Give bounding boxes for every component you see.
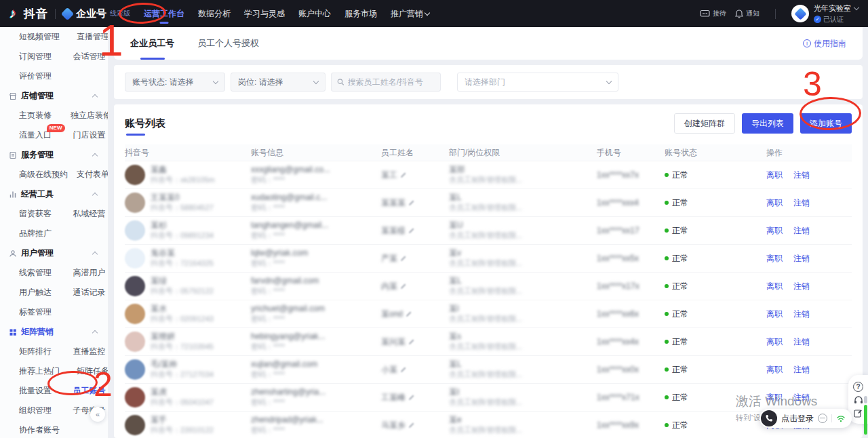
account-email: farvdn@gmail.com <box>251 276 381 286</box>
topnav-item-2[interactable]: 数据分析 <box>191 0 237 27</box>
status-dot <box>665 423 669 427</box>
sidebar-item-矩阵任务[interactable]: 矩阵任务 <box>77 365 108 377</box>
cancel-link[interactable]: 注销 <box>793 225 810 237</box>
sidebar-item-直播监控[interactable]: 直播监控 <box>73 346 108 357</box>
leave-link[interactable]: 离职 <box>766 281 783 292</box>
cancel-link[interactable]: 注销 <box>793 170 810 181</box>
sidebar-section-label: 用户管理 <box>21 247 54 259</box>
topnav-item-6[interactable]: 推广营销 <box>384 0 436 27</box>
sidebar-item-门店设置[interactable]: 门店设置 <box>73 130 108 141</box>
chevron-down-icon <box>854 4 859 9</box>
feedback-icon[interactable] <box>854 409 863 418</box>
search-box <box>331 73 441 92</box>
scrollbar-track[interactable] <box>864 396 867 403</box>
sidebar-section-经营工具[interactable]: 经营工具 <box>0 184 108 204</box>
create-matrix-group-button[interactable]: 创建矩阵群 <box>674 113 735 134</box>
tab-employee-personal-auth[interactable]: 员工个人号授权 <box>197 27 259 60</box>
sidebar-item-员工账号[interactable]: 员工账号 <box>73 385 108 397</box>
sidebar-item-主页装修[interactable]: 主页装修 <box>19 110 52 121</box>
sidebar-item-私域经营[interactable]: 私域经营 <box>73 208 108 220</box>
sidebar-item-协作者账号[interactable]: 协作者账号 <box>19 424 58 436</box>
click-login-pill[interactable]: 点击登录 <box>760 409 852 428</box>
export-list-button[interactable]: 导出列表 <box>742 113 793 134</box>
sidebar-section-服务管理[interactable]: 服务管理 <box>0 145 108 165</box>
account-password: 密码：**** <box>251 258 381 268</box>
reception-button[interactable]: 接待 <box>700 9 726 18</box>
account-password: 密码：**** <box>251 370 381 380</box>
employee-name: 某某様 <box>381 225 406 237</box>
department: 某L <box>449 193 597 203</box>
column-header-手机号: 手机号 <box>597 147 665 159</box>
department-select[interactable]: 请选择部门 <box>457 73 618 92</box>
topnav-item-5[interactable]: 服务市场 <box>338 0 384 27</box>
douyin-id: 抖音号：58804527 <box>151 203 214 213</box>
sidebar-item-支付表单[interactable]: 支付表单 <box>77 169 108 180</box>
filter-bar: 账号状态: 请选择 岗位: 请选择 请选择部门 <box>114 65 863 99</box>
headset-icon[interactable] <box>854 396 863 405</box>
sidebar-item-高潜用户[interactable]: 高潜用户 <box>73 267 108 279</box>
login-label: 点击登录 <box>781 413 814 424</box>
chevron-down-icon <box>606 78 612 83</box>
notification-button[interactable]: 通知 <box>735 9 760 18</box>
sidebar-item-订阅管理[interactable]: 订阅管理 <box>19 51 54 62</box>
minimize-icon[interactable] <box>818 414 827 423</box>
account-password: 密码：**** <box>251 286 381 296</box>
sidebar-collapse-button[interactable]: « <box>90 407 105 422</box>
sidebar-item-流量入口[interactable]: 流量入口NEW <box>19 130 54 141</box>
tab-enterprise-employee-account[interactable]: 企业员工号 <box>130 27 174 60</box>
sidebar-item-高级在线预约[interactable]: 高级在线预约 <box>19 169 58 180</box>
cancel-link[interactable]: 注销 <box>793 364 810 376</box>
sidebar-item-标签管理[interactable]: 标签管理 <box>19 306 58 318</box>
sidebar: 短视频管理直播管理订阅管理会话管理评价管理店铺管理主页装修独立店装修流量入口NE… <box>0 27 108 438</box>
cancel-link[interactable]: 注销 <box>793 392 810 403</box>
cancel-link[interactable]: 注销 <box>793 253 810 264</box>
leave-link[interactable]: 离职 <box>766 336 783 348</box>
sidebar-section-用户管理[interactable]: 用户管理 <box>0 243 108 263</box>
cancel-link[interactable]: 注销 <box>793 281 810 292</box>
leave-link[interactable]: 离职 <box>766 392 783 403</box>
position-select[interactable]: 岗位: 请选择 <box>231 73 326 92</box>
leave-link[interactable]: 离职 <box>766 197 783 209</box>
sidebar-item-线索管理[interactable]: 线索管理 <box>19 267 54 279</box>
cancel-link[interactable]: 注销 <box>793 308 810 320</box>
topnav-item-3[interactable]: 学习与灵感 <box>237 0 292 27</box>
sidebar-item-推荐上热门[interactable]: 推荐上热门 <box>19 365 58 377</box>
leave-link[interactable]: 离职 <box>766 364 783 376</box>
sidebar-item-直播管理[interactable]: 直播管理 <box>77 31 108 43</box>
add-account-button[interactable]: 添加账号 <box>800 113 852 134</box>
sidebar-item-矩阵排行[interactable]: 矩阵排行 <box>19 346 54 357</box>
service-icon <box>9 151 17 159</box>
cancel-link[interactable]: 注销 <box>793 336 810 348</box>
leave-link[interactable]: 离职 <box>766 225 783 237</box>
leave-link[interactable]: 离职 <box>766 170 783 181</box>
table-row: 某绿抖音号：05792122farvdn@gmail.com密码：****内某某… <box>125 272 852 300</box>
account-menu[interactable]: 光年实验室 ✓已认证 <box>791 3 859 24</box>
leave-link[interactable]: 离职 <box>766 253 783 264</box>
account-status-select[interactable]: 账号状态: 请选择 <box>125 73 225 92</box>
sidebar-section-矩阵营销[interactable]: 矩阵营销 <box>0 322 108 342</box>
topnav-item-4[interactable]: 账户中心 <box>292 0 338 27</box>
sidebar-item-批量设置[interactable]: 批量设置 <box>19 385 54 397</box>
sidebar-item-短视频管理[interactable]: 短视频管理 <box>19 31 58 43</box>
sidebar-item-品牌推广[interactable]: 品牌推广 <box>19 228 58 239</box>
sidebar-item-组织管理[interactable]: 组织管理 <box>19 405 54 416</box>
sidebar-item-会话管理[interactable]: 会话管理 <box>73 51 108 62</box>
douyin-id: 抖音号：72164325 <box>151 258 214 268</box>
scrollbar-thumb[interactable] <box>864 405 867 435</box>
sidebar-item-用户触达[interactable]: 用户触达 <box>19 287 54 298</box>
permission: 含员工矩阵管理权限... <box>449 370 597 380</box>
sidebar-item-独立店装修[interactable]: 独立店装修 <box>71 110 108 121</box>
column-header-员工姓名: 员工姓名 <box>381 147 449 159</box>
usage-guide-link[interactable]: i 使用指南 <box>803 38 846 49</box>
sidebar-item-留资获客[interactable]: 留资获客 <box>19 208 54 220</box>
search-input[interactable] <box>348 77 435 87</box>
leave-link[interactable]: 离职 <box>766 308 783 320</box>
topnav-item-1[interactable]: 运营工作台 <box>137 0 191 27</box>
sidebar-item-评价管理[interactable]: 评价管理 <box>19 71 58 82</box>
help-icon[interactable]: ? <box>853 382 863 392</box>
permission: 含员工矩阵管理权限... <box>449 175 597 185</box>
cancel-link[interactable]: 注销 <box>793 197 810 209</box>
sidebar-item-通话记录[interactable]: 通话记录 <box>73 287 108 298</box>
account-password: 密码：**** <box>251 342 381 352</box>
sidebar-section-店铺管理[interactable]: 店铺管理 <box>0 86 108 106</box>
